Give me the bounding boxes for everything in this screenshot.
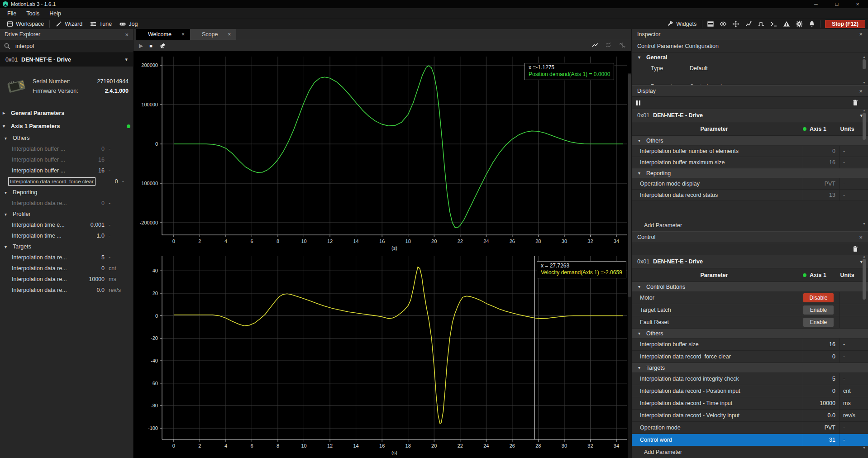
split-plot-view-icon[interactable] xyxy=(619,42,626,50)
general-scrollbar[interactable]: ▲▼ xyxy=(862,55,867,84)
trash-icon[interactable] xyxy=(852,245,863,253)
param-row[interactable]: Control word31- xyxy=(632,434,868,446)
tree-item[interactable]: Interpolation time ...1.0- xyxy=(0,230,133,241)
param-value[interactable]: Enable xyxy=(803,316,839,328)
param-row[interactable]: Interpolation buffer size16- xyxy=(632,339,868,351)
tree-section-general-parameters[interactable]: ▸General Parameters xyxy=(0,106,133,119)
scrollbar-thumb[interactable] xyxy=(863,113,866,140)
param-group-others[interactable]: ▾Others xyxy=(632,136,868,146)
control-add-parameter[interactable]: Add Parameter xyxy=(632,446,868,458)
drive-selector[interactable]: 0x01 DEN-NET-E - Drive ▾ xyxy=(0,52,133,67)
tree-item[interactable]: Interpolation data re...0- xyxy=(0,198,133,209)
table-view-button[interactable] xyxy=(704,19,717,29)
param-row[interactable]: Target LatchEnable xyxy=(632,304,868,316)
search-input[interactable] xyxy=(14,43,116,50)
scrollbar-thumb[interactable] xyxy=(863,259,866,300)
velocity-demand-chart[interactable]: 024681012141618202224262830323440200-20-… xyxy=(134,252,631,458)
tree-item[interactable]: Interpolation data re...10000ms xyxy=(0,274,133,285)
param-row[interactable]: Operation modePVT- xyxy=(632,422,868,434)
scope-scrollbar[interactable] xyxy=(628,73,631,458)
widgets-button[interactable]: Widgets xyxy=(663,19,700,29)
param-row[interactable]: Interpolation data record force clear0- xyxy=(632,351,868,363)
tree-item[interactable]: Interpolation data re...0.0rev/s xyxy=(0,285,133,296)
type-value[interactable]: Default xyxy=(690,65,708,72)
drive-explorer-close-icon[interactable]: × xyxy=(125,31,129,38)
param-row[interactable]: Interpolation data record - Velocity inp… xyxy=(632,410,868,422)
scope-charts[interactable]: 0246810121416182022242628303234200000100… xyxy=(134,51,631,458)
param-value[interactable]: 16 xyxy=(803,157,839,168)
pause-icon[interactable] xyxy=(636,100,640,105)
close-button[interactable]: × xyxy=(847,0,868,8)
tree-item[interactable]: Interpolation buffer ...16- xyxy=(0,165,133,176)
param-group-targets[interactable]: ▾Targets xyxy=(632,363,868,373)
tab-close-icon[interactable]: × xyxy=(228,31,231,38)
menu-file[interactable]: File xyxy=(3,10,21,18)
position-demand-chart[interactable]: 0246810121416182022242628303234200000100… xyxy=(134,51,631,252)
tab-scope[interactable]: Scope × xyxy=(190,29,236,40)
fault-reset-enable-button[interactable]: Enable xyxy=(803,318,834,327)
param-value[interactable]: Disable xyxy=(803,292,839,304)
notifications-button[interactable] xyxy=(806,19,818,29)
general-section-header[interactable]: ▾ General xyxy=(632,52,868,62)
param-group-others[interactable]: ▾Others xyxy=(632,329,868,339)
workspace-button[interactable]: Workspace xyxy=(3,19,48,29)
tree-item[interactable]: Interpolation buffer ...16- xyxy=(0,154,133,165)
param-row[interactable]: MotorDisable xyxy=(632,292,868,304)
scrollbar-thumb[interactable] xyxy=(863,59,866,69)
display-scrollbar[interactable]: ▲▼ xyxy=(862,109,867,225)
param-row[interactable]: Interpolation data record status13- xyxy=(632,190,868,201)
stacked-plot-view-icon[interactable] xyxy=(605,42,612,50)
tree-group-targets[interactable]: ▾Targets xyxy=(0,241,133,252)
type-row[interactable]: Type Default xyxy=(632,62,868,74)
single-plot-view-icon[interactable] xyxy=(591,42,599,50)
settings-button[interactable] xyxy=(793,19,806,29)
clear-icon[interactable] xyxy=(159,42,166,50)
control-close-icon[interactable]: × xyxy=(859,234,863,241)
menu-help[interactable]: Help xyxy=(45,10,66,18)
param-row[interactable]: Operation mode displayPVT- xyxy=(632,178,868,190)
tree-section-axis-1-parameters[interactable]: ▾Axis 1 Parameters xyxy=(0,119,133,133)
menu-tools[interactable]: Tools xyxy=(22,10,44,18)
tree-item[interactable]: Interpolation data record force clear0- xyxy=(0,176,133,187)
display-drive-selector[interactable]: 0x01 DEN-NET-E - Drive ▾ xyxy=(632,109,868,122)
tree-item[interactable]: Interpolation time e...0.001- xyxy=(0,219,133,230)
tree-group-others[interactable]: ▾Others xyxy=(0,133,133,143)
param-value[interactable]: PVT xyxy=(803,422,839,434)
param-row[interactable]: Interpolation buffer number of elements0… xyxy=(632,146,868,157)
stop-f12-button[interactable]: Stop (F12) xyxy=(825,20,865,28)
display-add-parameter[interactable]: Add Parameter xyxy=(632,219,868,231)
alerts-button[interactable] xyxy=(780,19,793,29)
tune-button[interactable]: \u200b Tune xyxy=(86,19,115,29)
target-latch-enable-button[interactable]: Enable xyxy=(803,305,834,315)
param-value[interactable]: 31 xyxy=(803,434,839,446)
play-icon[interactable]: ▶ xyxy=(139,43,143,49)
motion-button[interactable] xyxy=(730,19,742,29)
param-row[interactable]: Fault ResetEnable xyxy=(632,316,868,329)
tree-item[interactable]: Interpolation buffer ...0- xyxy=(0,143,133,154)
tab-close-icon[interactable]: × xyxy=(181,31,185,38)
tree-item[interactable]: Interpolation data re...5- xyxy=(0,252,133,263)
param-value[interactable]: 0 xyxy=(803,351,839,363)
tree-item[interactable]: Interpolation data re...0cnt xyxy=(0,263,133,274)
scrollbar-thumb[interactable] xyxy=(628,74,631,297)
param-value[interactable]: PVT xyxy=(803,178,839,189)
param-value[interactable]: 13 xyxy=(803,190,839,200)
stop-icon[interactable]: ■ xyxy=(149,43,153,48)
tree-group-reporting[interactable]: ▾Reporting xyxy=(0,187,133,198)
trash-icon[interactable] xyxy=(852,99,863,106)
inspector-close-icon[interactable]: × xyxy=(859,31,863,38)
control-drive-selector[interactable]: 0x01 DEN-NET-E - Drive ▾ xyxy=(632,255,868,268)
registers-button[interactable] xyxy=(755,19,768,29)
console-button[interactable] xyxy=(768,19,780,29)
param-value[interactable]: 0.0 xyxy=(803,410,839,421)
param-row[interactable]: Interpolation buffer maximum size16- xyxy=(632,157,868,168)
param-value[interactable]: Enable xyxy=(803,304,839,316)
param-row[interactable]: Interpolation data record integrity chec… xyxy=(632,373,868,385)
maximize-button[interactable]: □ xyxy=(826,0,847,8)
minimize-button[interactable]: ─ xyxy=(806,0,826,8)
param-group-reporting[interactable]: ▾Reporting xyxy=(632,168,868,178)
tab-welcome[interactable]: Welcome × xyxy=(136,29,190,40)
param-row[interactable]: Interpolation data record - Position inp… xyxy=(632,385,868,397)
wizard-button[interactable]: Wizard xyxy=(52,19,86,29)
jog-button[interactable]: Jog xyxy=(115,19,141,29)
